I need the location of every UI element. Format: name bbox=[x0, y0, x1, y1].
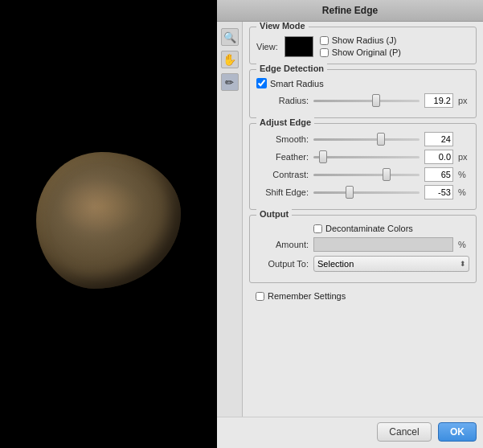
brush-tool-button[interactable]: ✏ bbox=[221, 73, 239, 91]
canvas-area bbox=[0, 0, 217, 448]
show-original-checkbox-row[interactable]: Show Original (P) bbox=[320, 47, 401, 57]
remember-label: Remember Settings bbox=[268, 291, 346, 301]
radius-row: Radius: px bbox=[256, 93, 469, 108]
contrast-slider[interactable] bbox=[313, 168, 420, 181]
radius-unit: px bbox=[458, 96, 469, 105]
adjust-edge-content: Smooth: Feather: bbox=[256, 132, 469, 199]
dialog-body: 🔍 ✋ ✏ View Mode View: bbox=[217, 22, 483, 417]
contrast-thumb[interactable] bbox=[383, 168, 391, 181]
radius-slider[interactable] bbox=[313, 94, 420, 107]
contrast-unit: % bbox=[458, 170, 469, 179]
shift-edge-thumb[interactable] bbox=[346, 186, 354, 199]
show-radius-checkbox[interactable] bbox=[320, 36, 329, 45]
feather-unit: px bbox=[458, 152, 469, 162]
rock-shape bbox=[36, 152, 181, 289]
contrast-label: Contrast: bbox=[256, 170, 309, 179]
smooth-label: Smooth: bbox=[256, 134, 309, 144]
shift-edge-track bbox=[313, 191, 420, 194]
feather-input[interactable] bbox=[424, 150, 453, 164]
edge-detection-label: Edge Detection bbox=[256, 64, 327, 73]
adjust-edge-label: Adjust Edge bbox=[256, 117, 314, 127]
smooth-thumb[interactable] bbox=[377, 133, 385, 146]
smooth-row: Smooth: bbox=[256, 132, 469, 146]
view-mode-label: View Mode bbox=[256, 22, 309, 31]
view-label: View: bbox=[256, 42, 278, 51]
view-mode-row: View: Show Radius (J) Show Original (P) bbox=[256, 35, 469, 57]
output-to-select[interactable]: Selection Layer Mask New Layer New Layer… bbox=[313, 256, 469, 272]
decontaminate-label: Decontaminate Colors bbox=[325, 224, 413, 233]
feather-row: Feather: px bbox=[256, 150, 469, 164]
output-label: Output bbox=[256, 209, 292, 219]
smooth-track bbox=[313, 138, 420, 141]
radius-thumb[interactable] bbox=[372, 94, 380, 107]
radius-input[interactable] bbox=[424, 93, 453, 108]
feather-slider[interactable] bbox=[313, 150, 420, 163]
contrast-row: Contrast: % bbox=[256, 167, 469, 182]
smart-radius-label: Smart Radius bbox=[270, 79, 324, 88]
show-radius-checkbox-row[interactable]: Show Radius (J) bbox=[320, 35, 401, 45]
shift-edge-slider[interactable] bbox=[313, 186, 420, 199]
ok-button[interactable]: OK bbox=[438, 422, 477, 442]
view-mode-section: View Mode View: Show Radius (J) bbox=[249, 27, 477, 64]
amount-unit: % bbox=[458, 240, 469, 249]
show-original-checkbox[interactable] bbox=[320, 48, 329, 57]
show-radius-label: Show Radius (J) bbox=[332, 35, 397, 45]
buttons-row: Cancel OK bbox=[217, 417, 483, 448]
smart-radius-checkbox[interactable] bbox=[256, 78, 267, 88]
decontaminate-row: Decontaminate Colors bbox=[256, 224, 469, 233]
shift-edge-label: Shift Edge: bbox=[256, 187, 309, 197]
brush-icon: ✏ bbox=[225, 76, 234, 88]
remember-checkbox-row[interactable]: Remember Settings bbox=[256, 291, 346, 301]
smooth-slider[interactable] bbox=[313, 133, 420, 146]
shift-edge-row: Shift Edge: % bbox=[256, 185, 469, 199]
cancel-button[interactable]: Cancel bbox=[377, 422, 432, 442]
edge-detection-content: Smart Radius Radius: px bbox=[256, 78, 469, 108]
smooth-input[interactable] bbox=[424, 132, 453, 146]
hand-icon: ✋ bbox=[223, 53, 236, 66]
dialog-titlebar: Refine Edge bbox=[217, 0, 483, 22]
dialog-title: Refine Edge bbox=[225, 5, 475, 16]
main-content: View Mode View: Show Radius (J) bbox=[243, 22, 483, 417]
output-content: Decontaminate Colors Amount: % Output To… bbox=[256, 224, 469, 272]
remember-row: Remember Settings bbox=[249, 288, 477, 304]
feather-thumb[interactable] bbox=[319, 150, 327, 163]
show-original-label: Show Original (P) bbox=[332, 47, 401, 57]
decontaminate-checkbox-row[interactable]: Decontaminate Colors bbox=[313, 224, 413, 233]
amount-input[interactable] bbox=[313, 237, 453, 252]
view-checkboxes: Show Radius (J) Show Original (P) bbox=[320, 35, 401, 57]
radius-label: Radius: bbox=[256, 96, 309, 105]
output-section: Output Decontaminate Colors Amount: bbox=[249, 215, 477, 283]
contrast-track bbox=[313, 174, 420, 176]
tools-column: 🔍 ✋ ✏ bbox=[217, 22, 243, 417]
feather-label: Feather: bbox=[256, 152, 309, 162]
shift-edge-unit: % bbox=[458, 187, 469, 197]
zoom-icon: 🔍 bbox=[223, 31, 236, 43]
edge-detection-section: Edge Detection Smart Radius Radius: bbox=[249, 69, 477, 118]
amount-label: Amount: bbox=[256, 240, 309, 249]
refine-edge-dialog: Refine Edge 🔍 ✋ ✏ View Mode View: bbox=[217, 0, 483, 448]
adjust-edge-section: Adjust Edge Smooth: bbox=[249, 123, 477, 210]
smart-radius-row: Smart Radius bbox=[256, 78, 469, 88]
radius-track bbox=[313, 100, 420, 102]
view-preview-thumbnail[interactable] bbox=[284, 36, 313, 57]
shift-edge-input[interactable] bbox=[424, 185, 453, 199]
decontaminate-checkbox[interactable] bbox=[313, 224, 322, 233]
rock-preview bbox=[20, 136, 197, 313]
amount-row: Amount: % bbox=[256, 237, 469, 252]
view-mode-content: View: Show Radius (J) Show Original (P) bbox=[256, 35, 469, 57]
hand-tool-button[interactable]: ✋ bbox=[221, 51, 239, 68]
remember-checkbox[interactable] bbox=[256, 292, 264, 301]
output-to-label: Output To: bbox=[256, 259, 309, 269]
zoom-tool-button[interactable]: 🔍 bbox=[221, 28, 239, 46]
feather-track bbox=[313, 156, 420, 158]
output-to-row: Output To: Selection Layer Mask New Laye… bbox=[256, 256, 469, 272]
output-to-select-wrapper: Selection Layer Mask New Layer New Layer… bbox=[313, 256, 469, 272]
contrast-input[interactable] bbox=[424, 167, 453, 182]
